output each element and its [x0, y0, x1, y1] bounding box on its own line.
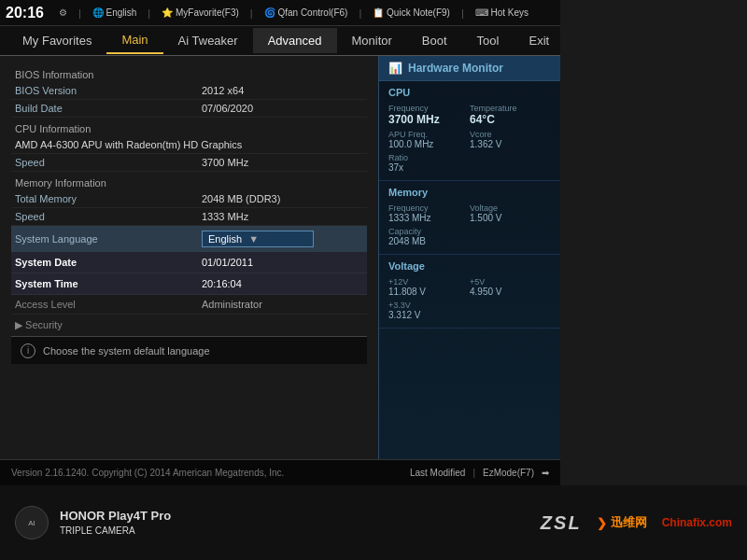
- mem-freq-value: 1333 MHz: [388, 213, 470, 223]
- nav-tool[interactable]: Tool: [462, 28, 514, 53]
- nav-advanced[interactable]: Advanced: [253, 28, 337, 53]
- memory-info-label: Memory Information: [11, 177, 367, 189]
- nav-monitor[interactable]: Monitor: [337, 28, 407, 53]
- system-language-row[interactable]: System Language English ▼: [11, 226, 367, 252]
- v12-v5-row: +12V 11.808 V +5V 4.950 V: [388, 277, 551, 297]
- nav-exit[interactable]: Exit: [514, 28, 564, 53]
- cpu-speed-row: Speed 3700 MHz: [11, 154, 367, 172]
- v12-label: +12V: [388, 277, 470, 287]
- memory-speed-value: 1333 MHz: [202, 211, 248, 222]
- bottom-hint-bar: i Choose the system default language: [11, 336, 367, 364]
- dropdown-value: English: [208, 233, 242, 245]
- xw-brand: 迅维网: [611, 514, 647, 531]
- cpu-section-title: CPU: [388, 87, 551, 98]
- right-watermarks: ZSL ❯ 迅维网 Chinafix.com: [541, 512, 732, 534]
- v5-col: +5V 4.950 V: [470, 277, 551, 297]
- v33-row: +3.3V 3.312 V: [388, 301, 551, 320]
- mem-freq-col: Frequency 1333 MHz: [388, 203, 470, 223]
- left-panel: BIOS Information BIOS Version 2012 x64 B…: [0, 56, 378, 459]
- apu-vcore-row: APU Freq. 100.0 MHz Vcore 1.362 V: [388, 130, 551, 149]
- nav-main[interactable]: Main: [106, 27, 162, 54]
- system-date-label: System Date: [15, 257, 202, 268]
- security-label: ▶ Security: [15, 319, 63, 331]
- capacity-col: Capacity 2048 MB: [388, 227, 551, 246]
- nav-menu: My Favorites Main Ai Tweaker Advanced Mo…: [0, 26, 560, 56]
- capacity-label: Capacity: [388, 227, 551, 236]
- cpu-model-row: AMD A4-6300 APU with Radeon(tm) HD Graph…: [11, 136, 367, 154]
- ezmode-link[interactable]: EzMode(F7): [483, 468, 534, 478]
- capacity-value: 2048 MB: [388, 236, 551, 246]
- nav-aitweaker[interactable]: Ai Tweaker: [163, 28, 253, 53]
- dropdown-arrow-icon: ▼: [248, 233, 259, 245]
- v33-label: +3.3V: [388, 301, 551, 310]
- v12-value: 11.808 V: [388, 287, 470, 297]
- voltage-section: Voltage +12V 11.808 V +5V 4.950 V: [379, 255, 560, 329]
- ratio-col: Ratio 37x: [388, 153, 551, 173]
- mem-freq-label: Frequency: [388, 203, 470, 213]
- vcore-col: Vcore 1.362 V: [470, 130, 551, 149]
- last-modified-link[interactable]: Last Modified: [410, 468, 465, 478]
- ratio-value: 37x: [388, 162, 551, 173]
- cpu-section: CPU Frequency 3700 MHz Temperature 64°C: [379, 81, 560, 181]
- apu-col: APU Freq. 100.0 MHz: [388, 130, 470, 149]
- cpu-temp-col: Temperature 64°C: [470, 104, 551, 126]
- mem-freq-volt-row: Frequency 1333 MHz Voltage 1.500 V: [388, 203, 551, 223]
- footer-right: Last Modified | EzMode(F7) ➡: [410, 468, 549, 478]
- topbar-quicknote[interactable]: 📋 Quick Note(F9): [373, 7, 450, 18]
- vcore-label: Vcore: [470, 130, 551, 139]
- access-level-label: Access Level: [15, 299, 202, 310]
- footer-version: Version 2.16.1240. Copyright (C) 2014 Am…: [11, 468, 284, 478]
- build-date-label: Build Date: [15, 103, 202, 114]
- access-level-row: Access Level Administrator: [11, 295, 367, 315]
- cpu-temp-label: Temperature: [470, 104, 551, 113]
- monitor-outer: 20:16 ⚙ | 🌐 English | ⭐ MyFavorite(F3) |…: [0, 0, 747, 560]
- cpu-speed-label: Speed: [15, 157, 202, 168]
- xw-logo: ❯ 迅维网: [597, 514, 647, 531]
- top-bar: 20:16 ⚙ | 🌐 English | ⭐ MyFavorite(F3) |…: [0, 0, 560, 26]
- system-time-label: System Time: [15, 278, 202, 289]
- info-icon: i: [21, 343, 35, 358]
- mem-volt-col: Voltage 1.500 V: [470, 203, 551, 223]
- system-time-value: 20:16:04: [202, 278, 242, 289]
- topbar-qfan[interactable]: 🌀 Qfan Control(F6): [264, 7, 348, 18]
- topbar-myfavorite[interactable]: ⭐ MyFavorite(F3): [162, 7, 239, 18]
- system-time-row[interactable]: System Time 20:16:04: [11, 273, 367, 295]
- zsl-logo: ZSL: [541, 512, 582, 534]
- apu-label: APU Freq.: [388, 130, 470, 139]
- system-language-dropdown[interactable]: English ▼: [202, 231, 314, 247]
- total-memory-row: Total Memory 2048 MB (DDR3): [11, 190, 367, 208]
- bottom-bar: AI HONOR Play4T Pro TRIPLE CAMERA ZSL ❯ …: [0, 485, 747, 560]
- monitor-icon: 📊: [388, 62, 402, 75]
- bios-version-label: BIOS Version: [15, 85, 202, 96]
- security-row[interactable]: ▶ Security: [11, 315, 367, 336]
- honor-brand: HONOR Play4T Pro: [60, 508, 171, 525]
- system-date-row[interactable]: System Date 01/01/2011: [11, 252, 367, 273]
- ratio-row: Ratio 37x: [388, 153, 551, 173]
- memory-speed-label: Speed: [15, 211, 202, 222]
- bios-screen: 20:16 ⚙ | 🌐 English | ⭐ MyFavorite(F3) |…: [0, 0, 560, 485]
- cpu-speed-value: 3700 MHz: [202, 157, 248, 168]
- bottom-hint-text: Choose the system default language: [43, 345, 210, 357]
- total-memory-label: Total Memory: [15, 193, 202, 204]
- apu-value: 100.0 MHz: [388, 139, 470, 149]
- cpu-model-value: AMD A4-6300 APU with Radeon(tm) HD Graph…: [15, 139, 242, 150]
- gear-icon: ⚙: [59, 7, 67, 18]
- bios-version-value: 2012 x64: [202, 85, 244, 96]
- nav-myfavorites[interactable]: My Favorites: [7, 28, 106, 53]
- mem-volt-value: 1.500 V: [470, 213, 551, 223]
- cpu-freq-col: Frequency 3700 MHz: [388, 104, 470, 126]
- bios-main: BIOS Information BIOS Version 2012 x64 B…: [0, 56, 560, 459]
- build-date-value: 07/06/2020: [202, 103, 253, 114]
- build-date-row: Build Date 07/06/2020: [11, 100, 367, 118]
- topbar-hotkeys[interactable]: ⌨ Hot Keys: [475, 7, 529, 18]
- memory-section: Memory Frequency 1333 MHz Voltage 1.500 …: [379, 181, 560, 255]
- cpu-freq-label: Frequency: [388, 104, 470, 113]
- nav-boot[interactable]: Boot: [407, 28, 462, 53]
- topbar-english[interactable]: 🌐 English: [92, 7, 137, 18]
- honor-camera: TRIPLE CAMERA: [60, 525, 171, 538]
- capacity-row: Capacity 2048 MB: [388, 227, 551, 246]
- v33-col: +3.3V 3.312 V: [388, 301, 551, 320]
- time-display: 20:16: [6, 5, 44, 21]
- memory-section-title: Memory: [388, 187, 551, 198]
- access-level-value: Administrator: [202, 299, 262, 310]
